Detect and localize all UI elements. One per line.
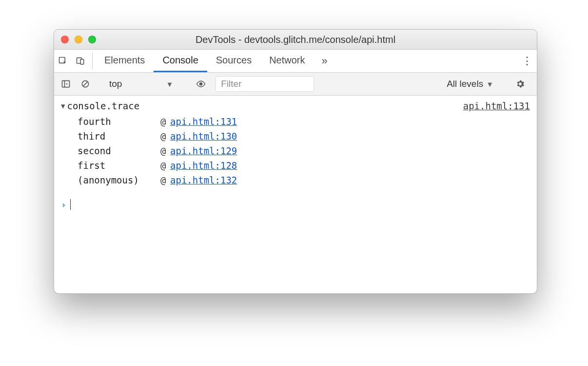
trace-source-link[interactable]: api.html:131 (463, 101, 530, 111)
console-prompt[interactable]: › (61, 199, 530, 220)
toggle-sidebar-icon[interactable] (57, 79, 75, 89)
stack-frame: third@api.html:130 (78, 129, 530, 143)
window-title: DevTools - devtools.glitch.me/console/ap… (54, 34, 537, 45)
frame-function: fourth (78, 116, 160, 127)
context-selector[interactable]: top ▼ (104, 76, 178, 92)
tab-sources[interactable]: Sources (207, 50, 260, 72)
stack-frame: (anonymous)@api.html:132 (78, 173, 530, 187)
console-output: ▼ console.trace api.html:131 fourth@api.… (54, 96, 537, 293)
tab-elements[interactable]: Elements (96, 50, 154, 72)
svg-rect-2 (80, 60, 84, 64)
frame-function: first (78, 160, 160, 171)
prompt-chevron-icon: › (61, 200, 66, 210)
at-glyph: @ (160, 116, 170, 127)
frame-source-link[interactable]: api.html:129 (170, 145, 530, 156)
stack-frame: first@api.html:128 (78, 158, 530, 173)
stack-frame: second@api.html:129 (78, 143, 530, 158)
frame-source-link[interactable]: api.html:132 (170, 175, 530, 185)
frame-source-link[interactable]: api.html:130 (170, 131, 530, 142)
at-glyph: @ (160, 145, 170, 156)
tab-console[interactable]: Console (154, 50, 207, 72)
traffic-lights (54, 36, 96, 43)
close-icon[interactable] (61, 36, 69, 43)
stack-frame: fourth@api.html:131 (78, 114, 530, 129)
trace-label: console.trace (67, 101, 139, 111)
zoom-icon[interactable] (88, 36, 96, 43)
minimize-icon[interactable] (75, 36, 82, 43)
disclosure-triangle-icon[interactable]: ▼ (61, 102, 65, 110)
trace-entry-header[interactable]: ▼ console.trace api.html:131 (61, 101, 530, 111)
separator (92, 53, 93, 69)
clear-console-icon[interactable] (77, 79, 94, 89)
frame-source-link[interactable]: api.html:128 (170, 160, 530, 171)
input-caret-icon (70, 199, 71, 210)
frame-function: third (78, 131, 160, 142)
tab-network[interactable]: Network (260, 50, 314, 72)
device-toolbar-icon[interactable] (72, 50, 89, 72)
log-levels-selector[interactable]: All levels ▼ (447, 79, 496, 89)
customize-menu-icon[interactable]: ⋮ (517, 55, 537, 67)
devtools-window: DevTools - devtools.glitch.me/console/ap… (54, 29, 537, 294)
at-glyph: @ (160, 175, 170, 185)
frame-function: (anonymous) (78, 175, 160, 185)
inspect-element-icon[interactable] (54, 50, 72, 72)
frame-function: second (78, 145, 160, 156)
more-tabs-icon[interactable]: » (314, 50, 335, 72)
stack-frames: fourth@api.html:131third@api.html:130sec… (78, 114, 530, 187)
at-glyph: @ (160, 131, 170, 142)
at-glyph: @ (160, 160, 170, 171)
console-settings-icon[interactable] (507, 79, 534, 89)
svg-point-7 (200, 83, 202, 85)
filter-input[interactable] (216, 76, 314, 92)
main-tabs: Elements Console Sources Network » (96, 50, 335, 72)
chevron-down-icon: ▼ (486, 80, 493, 88)
svg-line-6 (83, 81, 87, 86)
live-expression-icon[interactable] (188, 79, 214, 89)
frame-source-link[interactable]: api.html:131 (170, 116, 530, 127)
log-levels-label: All levels (447, 79, 483, 89)
context-label: top (109, 79, 122, 89)
chevron-down-icon: ▼ (166, 80, 173, 88)
svg-rect-3 (62, 81, 70, 87)
titlebar: DevTools - devtools.glitch.me/console/ap… (54, 30, 537, 50)
main-tab-strip: Elements Console Sources Network » ⋮ (54, 50, 537, 73)
console-toolbar: top ▼ All levels ▼ (54, 73, 537, 96)
